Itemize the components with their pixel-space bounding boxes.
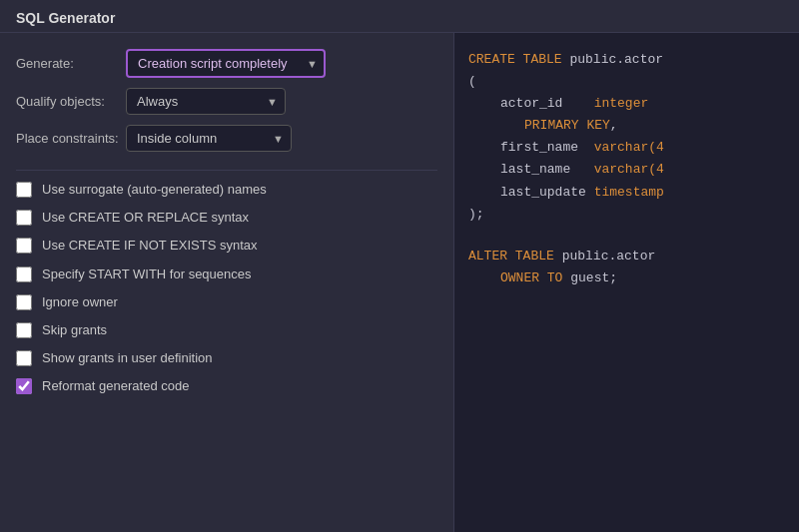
window-title: SQL Generator xyxy=(0,0,799,33)
qualify-row: Qualify objects: Always Never When neede… xyxy=(16,88,437,115)
code-gap xyxy=(468,226,785,246)
qualify-select-wrapper: Always Never When needed ▼ xyxy=(126,88,286,115)
checkbox-replace-label[interactable]: Use CREATE OR REPLACE syntax xyxy=(42,209,249,227)
checkbox-row-startwith: Specify START WITH for sequences xyxy=(16,266,437,283)
code-line-1: CREATE TABLE public.actor xyxy=(468,49,785,71)
sql-generator-window: SQL Generator Generate: Creation script … xyxy=(0,0,799,532)
code-line-10: OWNER TO guest; xyxy=(468,267,785,289)
constraints-label: Place constraints: xyxy=(16,131,126,146)
code-panel: CREATE TABLE public.actor ( actor_id int… xyxy=(454,33,799,532)
checkbox-row-ignoreowner: Ignore owner xyxy=(16,293,437,311)
checkbox-ignoreowner[interactable] xyxy=(16,294,32,310)
generate-select-wrapper: Creation script completely Table only Sc… xyxy=(126,49,326,78)
checkbox-replace[interactable] xyxy=(16,210,32,226)
checkbox-surrogate-label[interactable]: Use surrogate (auto-generated) names xyxy=(42,181,267,199)
checkbox-row-reformat: Reformat generated code xyxy=(16,377,437,395)
code-line-9: ALTER TABLE public.actor xyxy=(468,246,785,267)
checkbox-showgrants-label[interactable]: Show grants in user definition xyxy=(42,349,213,367)
checkbox-row-replace: Use CREATE OR REPLACE syntax xyxy=(16,209,437,227)
checkbox-ifnotexists[interactable] xyxy=(16,238,32,254)
code-line-8: ); xyxy=(468,204,785,226)
checkbox-ignoreowner-label[interactable]: Ignore owner xyxy=(42,293,118,311)
qualify-label: Qualify objects: xyxy=(16,94,126,109)
generate-label: Generate: xyxy=(16,56,126,71)
checkbox-skipgrants-label[interactable]: Skip grants xyxy=(42,321,107,339)
constraints-select-wrapper: Inside column After column In separate s… xyxy=(126,125,292,152)
constraints-select[interactable]: Inside column After column In separate s… xyxy=(126,125,292,152)
divider xyxy=(16,170,437,171)
constraints-row: Place constraints: Inside column After c… xyxy=(16,125,437,152)
generate-select[interactable]: Creation script completely Table only Sc… xyxy=(126,49,326,78)
checkbox-ifnotexists-label[interactable]: Use CREATE IF NOT EXISTS syntax xyxy=(42,237,258,255)
checkbox-surrogate[interactable] xyxy=(16,182,32,198)
generate-row: Generate: Creation script completely Tab… xyxy=(16,49,437,78)
checkbox-row-skipgrants: Skip grants xyxy=(16,321,437,339)
title-text: SQL Generator xyxy=(16,10,115,26)
code-line-2: ( xyxy=(468,71,785,93)
main-content: Generate: Creation script completely Tab… xyxy=(0,33,799,532)
checkbox-row-ifnotexists: Use CREATE IF NOT EXISTS syntax xyxy=(16,237,437,255)
code-line-4: PRIMARY KEY, xyxy=(468,115,785,137)
checkbox-startwith[interactable] xyxy=(16,266,32,282)
checkbox-reformat-label[interactable]: Reformat generated code xyxy=(42,377,189,395)
checkbox-startwith-label[interactable]: Specify START WITH for sequences xyxy=(42,266,252,283)
checkbox-showgrants[interactable] xyxy=(16,350,32,366)
checkbox-reformat[interactable] xyxy=(16,378,32,394)
code-line-7: last_update timestamp xyxy=(468,182,785,204)
left-panel: Generate: Creation script completely Tab… xyxy=(0,33,454,532)
code-line-5: first_name varchar(4 xyxy=(468,137,785,159)
code-line-3: actor_id integer xyxy=(468,93,785,115)
checkbox-row-showgrants: Show grants in user definition xyxy=(16,349,437,367)
qualify-select[interactable]: Always Never When needed xyxy=(126,88,286,115)
checkbox-skipgrants[interactable] xyxy=(16,322,32,338)
checkbox-row-surrogate: Use surrogate (auto-generated) names xyxy=(16,181,437,199)
code-line-6: last_name varchar(4 xyxy=(468,159,785,181)
